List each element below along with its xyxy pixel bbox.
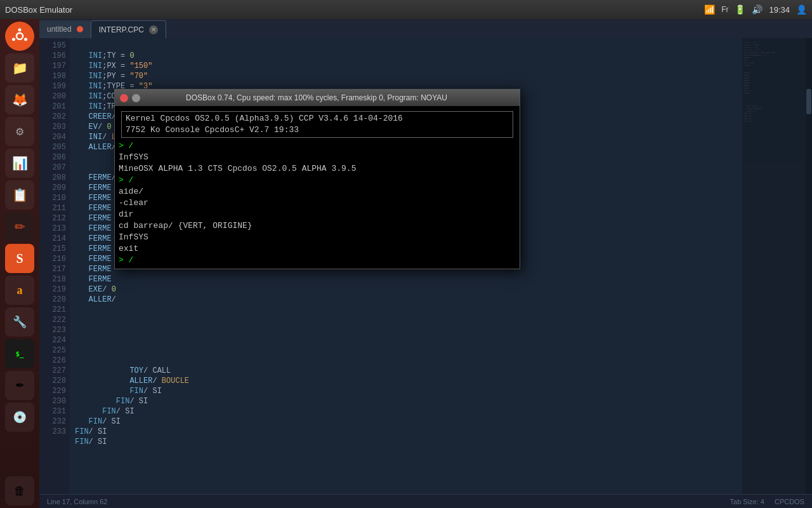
- svg-point-2: [18, 29, 22, 32]
- app-title: DOSBox Emulator: [5, 5, 72, 15]
- dosbox-terminal-line: cd barreap/ {VERT, ORIGINE}: [119, 220, 516, 232]
- dosbox-window: DOSBox 0.74, Cpu speed: max 100% cycles,…: [114, 89, 520, 269]
- files-icon[interactable]: 📁: [5, 53, 34, 83]
- wrench-icon[interactable]: 🔧: [5, 307, 34, 337]
- ubuntu-logo[interactable]: [5, 22, 34, 51]
- editor-scrollbar[interactable]: [806, 38, 812, 494]
- drive-icon[interactable]: 💿: [5, 403, 34, 432]
- dosbox-terminal-line: InfSYS: [119, 152, 516, 163]
- dosbox-terminal-line: MineOSX ALPHA 1.3 CTS Cpcdos OS2.0.5 ALP…: [119, 163, 516, 175]
- dosbox-terminal-line: dir: [119, 209, 516, 220]
- svg-point-3: [24, 38, 27, 41]
- line-numbers: 195196197198199 200201202203204 20520620…: [39, 38, 70, 494]
- lang-indicator: Fr: [721, 5, 728, 14]
- user-icon: 👤: [796, 4, 807, 15]
- dosbox-terminal-line: InfSYS: [119, 232, 516, 243]
- minimap: INI;TY = 0 INI;PX = "150" INI;PY = "70" …: [742, 38, 806, 494]
- taskbar-left: DOSBox Emulator: [5, 5, 72, 15]
- browser-icon[interactable]: 🦊: [5, 85, 34, 114]
- dosbox-header-line1: Kernel Cpcdos OS2.0.5 (Alpha3.9.5) CCP V…: [126, 113, 509, 124]
- file-mode: CPCDOS: [775, 498, 804, 505]
- tab-interp[interactable]: INTERP.CPC ✕: [91, 20, 166, 38]
- clock: 19:34: [769, 5, 790, 15]
- tab-untitled-label: untitled: [47, 25, 72, 34]
- dosbox-terminal-line: > /: [119, 175, 516, 186]
- status-bar: Line 17, Column 62 Tab Size: 4 CPCDOS: [39, 494, 812, 508]
- dosbox-header-box: Kernel Cpcdos OS2.0.5 (Alpha3.9.5) CCP V…: [121, 111, 513, 138]
- settings-icon[interactable]: ⚙: [5, 117, 34, 146]
- tab-untitled-modified: [77, 26, 83, 32]
- taskbar: DOSBox Emulator 📶 Fr 🔋 🔊 19:34 👤: [0, 0, 812, 19]
- texteditor-icon[interactable]: S: [5, 244, 34, 273]
- dosbox-content[interactable]: Kernel Cpcdos OS2.0.5 (Alpha3.9.5) CCP V…: [115, 106, 520, 269]
- sidebar: 📁 🦊 ⚙ 📊 📋 ✏ S a 🔧 $_ ✒ 💿 🗑: [0, 19, 39, 508]
- tab-untitled[interactable]: untitled: [39, 20, 91, 38]
- battery-icon: 🔋: [735, 4, 745, 15]
- amazon-icon[interactable]: a: [5, 276, 34, 305]
- dosbox-terminal-line: aide/: [119, 186, 516, 197]
- volume-icon: 🔊: [752, 4, 763, 15]
- spreadsheet-icon[interactable]: 📊: [5, 149, 34, 178]
- trash-icon[interactable]: 🗑: [5, 476, 34, 505]
- scrollbar-thumb[interactable]: [806, 89, 811, 114]
- dosbox-terminal-line: > /: [119, 255, 516, 266]
- writer-icon[interactable]: ✏: [5, 212, 34, 241]
- taskbar-right: 📶 Fr 🔋 🔊 19:34 👤: [704, 4, 807, 15]
- dosbox-terminal-line: -clear: [119, 197, 516, 209]
- dosbox-terminal-line: exit: [119, 243, 516, 255]
- tab-size: Tab Size: 4: [730, 498, 764, 505]
- tab-bar: untitled INTERP.CPC ✕: [39, 19, 812, 38]
- wifi-icon: 📶: [704, 4, 715, 15]
- pen-icon[interactable]: ✒: [5, 371, 34, 400]
- svg-point-4: [12, 38, 15, 41]
- dosbox-terminal-lines: > /InfSYSMineOSX ALPHA 1.3 CTS Cpcdos OS…: [119, 140, 516, 266]
- cursor-position: Line 17, Column 62: [47, 498, 107, 505]
- terminal-icon[interactable]: $_: [5, 339, 34, 368]
- tab-interp-close[interactable]: ✕: [149, 25, 158, 34]
- dosbox-title: DOSBox 0.74, Cpu speed: max 100% cycles,…: [119, 93, 514, 102]
- dosbox-titlebar[interactable]: DOSBox 0.74, Cpu speed: max 100% cycles,…: [115, 90, 520, 106]
- minimap-content: INI;TY = 0 INI;PX = "150" INI;PY = "70" …: [742, 38, 806, 127]
- dosbox-header-line2: 7752 Ko Console CpcdosC+ V2.7 19:33: [126, 124, 509, 136]
- dosbox-terminal-line: > /: [119, 140, 516, 152]
- tab-interp-label: INTERP.CPC: [99, 25, 144, 34]
- presentation-icon[interactable]: 📋: [5, 180, 34, 210]
